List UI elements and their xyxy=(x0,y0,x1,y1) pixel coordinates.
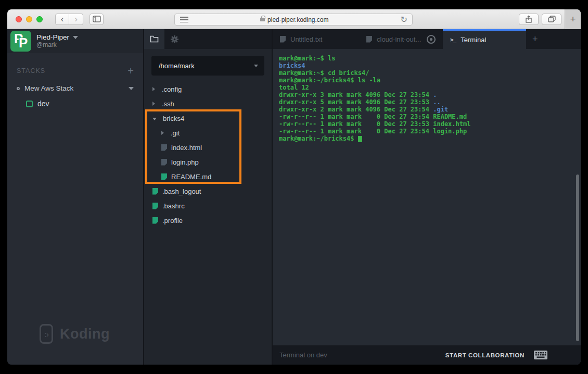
new-editor-tab-button[interactable]: + xyxy=(532,29,538,49)
back-button[interactable]: ‹ xyxy=(55,14,69,25)
zoom-window-button[interactable] xyxy=(36,16,43,22)
add-stack-button[interactable]: + xyxy=(127,66,134,76)
terminal-scrollbar[interactable] xyxy=(576,174,579,341)
tab-files[interactable] xyxy=(144,29,164,49)
chevron-right-icon xyxy=(161,131,164,135)
tree-item-label: .git xyxy=(171,129,180,137)
file-icon xyxy=(161,173,167,180)
team-name: Pied-Piper xyxy=(36,33,69,42)
file-icon xyxy=(161,159,167,166)
tab-settings[interactable] xyxy=(164,29,185,49)
koding-logo: :› Koding xyxy=(40,324,110,344)
terminal-line: total 12 xyxy=(279,84,581,91)
lock-icon xyxy=(260,18,265,21)
file-panel-tabs xyxy=(144,29,272,49)
editor-tab-strip: Untitled.txt cloud-init-out... >_ Termin… xyxy=(273,29,581,49)
tree-item-label: .profile xyxy=(162,217,183,225)
terminal-line: drwxr-xr-x 2 mark mark 4096 Dec 27 23:54… xyxy=(279,106,581,113)
terminal-line: mark@mark:~$ ls xyxy=(279,55,581,62)
stack-bullet-icon xyxy=(17,87,20,90)
file-panel: /home/mark .config .ssh bricks4 xyxy=(143,29,272,365)
traffic-lights xyxy=(16,16,43,22)
terminal-cursor xyxy=(358,136,362,142)
tree-item-git[interactable]: .git xyxy=(144,126,272,140)
chevron-right-icon xyxy=(152,87,155,91)
tab-untitled-txt[interactable]: Untitled.txt xyxy=(273,29,359,49)
chevron-down-icon xyxy=(152,118,157,120)
tree-item-config[interactable]: .config xyxy=(144,82,272,96)
stack-item[interactable]: Mew Aws Stack xyxy=(17,84,134,92)
tree-item-label: .bashrc xyxy=(162,202,185,210)
tab-label: Terminal xyxy=(461,36,486,44)
tab-terminal[interactable]: >_ Terminal xyxy=(443,29,526,49)
forward-button[interactable]: › xyxy=(69,14,83,25)
reader-icon[interactable] xyxy=(180,17,188,22)
tree-item-label: bricks4 xyxy=(163,115,184,122)
stacks-title: STACKS xyxy=(17,67,45,74)
stack-chevron-icon[interactable] xyxy=(129,87,134,90)
tree-item-ssh[interactable]: .ssh xyxy=(144,96,272,111)
koding-mark-icon: :› xyxy=(40,324,53,344)
file-icon xyxy=(152,203,158,209)
tab-cloud-init-output[interactable]: cloud-init-out... xyxy=(359,29,425,49)
file-icon xyxy=(161,144,167,151)
terminal-line: drwxr-xr-x 5 mark mark 4096 Dec 27 23:53… xyxy=(279,98,581,106)
terminal-line: mark@mark:~$ cd bricks4/ xyxy=(279,69,581,77)
file-icon xyxy=(152,188,158,195)
chevron-down-icon xyxy=(254,65,258,67)
tree-item-bricks4[interactable]: bricks4 xyxy=(144,111,272,126)
tree-item-bash-logout[interactable]: .bash_logout xyxy=(144,184,272,198)
tree-item-profile[interactable]: .profile xyxy=(144,213,272,228)
sidebar-toggle-button[interactable] xyxy=(90,14,104,25)
terminal-output[interactable]: mark@mark:~$ ls bricks4 mark@mark:~$ cd … xyxy=(273,49,581,345)
tree-item-label: .ssh xyxy=(162,100,174,108)
tree-item-login-php[interactable]: login.php xyxy=(144,155,272,169)
stacks-header: STACKS + xyxy=(17,66,134,76)
tree-item-label: README.md xyxy=(171,173,211,181)
browser-window: ‹ › pied-piper.koding.com ↻ xyxy=(7,9,581,365)
tree-item-label: login.php xyxy=(171,158,199,166)
gear-icon xyxy=(170,35,179,44)
stack-name: Mew Aws Stack xyxy=(24,84,129,92)
terminal-line: bricks4 xyxy=(279,62,581,69)
team-switcher[interactable]: P P Pied-Piper @mark xyxy=(7,29,143,53)
close-window-button[interactable] xyxy=(16,16,22,22)
terminal-icon: >_ xyxy=(450,36,456,43)
workspace-path: /home/mark xyxy=(159,62,254,70)
machine-name: dev xyxy=(37,99,49,108)
address-bar[interactable]: pied-piper.koding.com ↻ xyxy=(174,14,413,26)
sidebar: P P Pied-Piper @mark STACKS + Mew Aws St… xyxy=(7,29,143,365)
minimize-window-button[interactable] xyxy=(26,16,32,22)
file-icon xyxy=(152,217,158,224)
tab-overview-icon xyxy=(548,16,556,23)
folder-icon xyxy=(150,35,159,43)
terminal-line: mark@mark:~/bricks4$ ls -la xyxy=(279,77,581,84)
logo-letter: P xyxy=(19,35,28,51)
terminal-prompt-line: mark@mark:~/bricks4$ xyxy=(279,135,581,142)
url-text: pied-piper.koding.com xyxy=(188,16,401,23)
tree-item-label: .config xyxy=(162,85,182,93)
tab-label: Untitled.txt xyxy=(290,35,322,43)
tree-item-label: .bash_logout xyxy=(162,188,201,195)
terminal-line: -rw-r--r-- 1 mark mark 0 Dec 27 23:53 in… xyxy=(279,120,581,128)
workspace-path-select[interactable]: /home/mark xyxy=(151,56,264,76)
terminal-line: drwxr-xr-x 3 mark mark 4096 Dec 27 23:54… xyxy=(279,91,581,98)
start-collaboration-button[interactable]: START COLLABORATION xyxy=(445,352,525,358)
browser-chrome: ‹ › pied-piper.koding.com ↻ xyxy=(7,9,581,29)
machine-item-dev[interactable]: dev xyxy=(26,99,134,108)
new-browser-tab-button[interactable]: + xyxy=(565,9,581,29)
file-icon xyxy=(280,36,286,43)
reload-button[interactable]: ↻ xyxy=(401,15,407,24)
watch-eye-icon[interactable] xyxy=(426,29,437,49)
share-button[interactable] xyxy=(519,14,539,25)
tab-overview-button[interactable] xyxy=(542,14,561,25)
tree-item-index-html[interactable]: index.html xyxy=(144,140,272,155)
status-bar: Terminal on dev START COLLABORATION xyxy=(273,345,581,365)
terminal-line: -rw-r--r-- 1 mark mark 0 Dec 27 23:54 RE… xyxy=(279,113,581,120)
sidebar-icon xyxy=(93,16,101,22)
koding-ide: P P Pied-Piper @mark STACKS + Mew Aws St… xyxy=(7,29,581,365)
editor-panel: Untitled.txt cloud-init-out... >_ Termin… xyxy=(272,29,581,365)
keyboard-icon[interactable] xyxy=(534,351,547,359)
tree-item-readme-md[interactable]: README.md xyxy=(144,169,272,184)
tree-item-bashrc[interactable]: .bashrc xyxy=(144,198,272,213)
